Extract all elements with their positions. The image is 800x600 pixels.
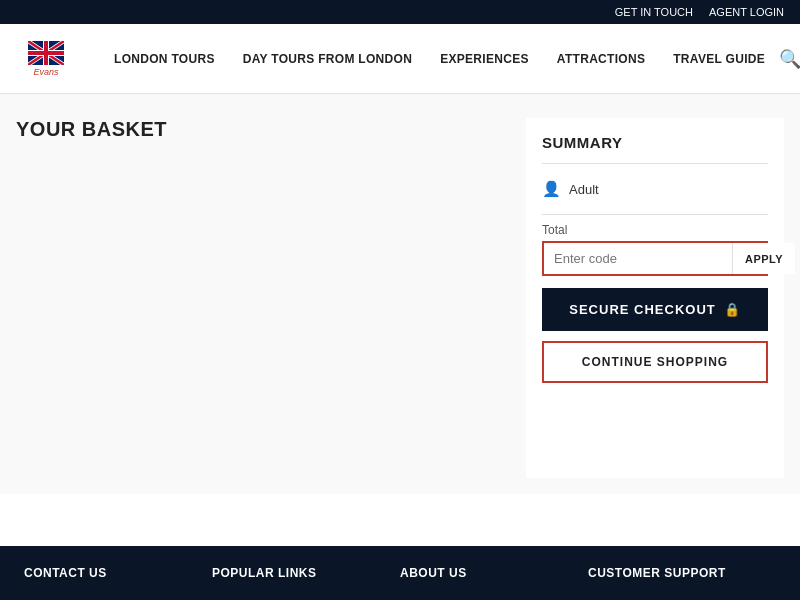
secure-checkout-button[interactable]: SECURE CHECKOUT 🔒: [542, 288, 768, 331]
summary-adult-row: 👤 Adult: [542, 172, 768, 206]
footer-col-contact: CONTACT US: [24, 566, 212, 580]
footer-col-popular: POPULAR LINKS: [212, 566, 400, 580]
nav-item-day-tours[interactable]: DAY TOURS FROM LONDON: [229, 52, 426, 66]
checkout-label: SECURE CHECKOUT: [569, 302, 715, 317]
continue-shopping-button[interactable]: CONTINUE SHOPPING: [542, 341, 768, 383]
promo-code-input[interactable]: [544, 243, 732, 274]
summary-divider: [542, 163, 768, 164]
logo[interactable]: Evans: [16, 41, 76, 77]
nav-item-attractions[interactable]: ATTRACTIONS: [543, 52, 659, 66]
nav-item-experiences[interactable]: EXPERIENCES: [426, 52, 543, 66]
total-label: Total: [542, 223, 768, 237]
footer-about-title: ABOUT US: [400, 566, 588, 580]
nav-item-london-tours[interactable]: LONDON TOURS: [100, 52, 229, 66]
promo-apply-button[interactable]: APPLY: [732, 243, 795, 274]
footer-col-support: CUSTOMER SUPPORT: [588, 566, 776, 580]
summary-title: SUMMARY: [542, 134, 768, 151]
uk-flag-icon: [28, 41, 64, 65]
agent-login-link[interactable]: AGENT LOGIN: [709, 6, 784, 18]
lock-icon: 🔒: [724, 302, 741, 317]
footer-contact-title: CONTACT US: [24, 566, 212, 580]
nav-item-travel-guide[interactable]: TRAVEL GUIDE: [659, 52, 779, 66]
basket-area: YOUR BASKET: [16, 118, 526, 478]
search-icon[interactable]: 🔍: [779, 48, 800, 70]
summary-divider-2: [542, 214, 768, 215]
header: Evans LONDON TOURS DAY TOURS FROM LONDON…: [0, 24, 800, 94]
person-icon: 👤: [542, 180, 561, 198]
basket-title: YOUR BASKET: [16, 118, 526, 141]
main-content: YOUR BASKET SUMMARY 👤 Adult Total APPLY …: [0, 94, 800, 494]
promo-code-area: APPLY: [542, 241, 768, 276]
footer-col-about: ABOUT US: [400, 566, 588, 580]
summary-panel: SUMMARY 👤 Adult Total APPLY SECURE CHECK…: [526, 118, 784, 478]
main-nav: LONDON TOURS DAY TOURS FROM LONDON EXPER…: [100, 52, 779, 66]
adult-label: Adult: [569, 182, 599, 197]
footer-support-title: CUSTOMER SUPPORT: [588, 566, 776, 580]
footer-popular-title: POPULAR LINKS: [212, 566, 400, 580]
logo-text: Evans: [33, 67, 58, 77]
get-in-touch-link[interactable]: GET IN TOUCH: [615, 6, 693, 18]
continue-label: CONTINUE SHOPPING: [582, 355, 728, 369]
footer: CONTACT US POPULAR LINKS ABOUT US CUSTOM…: [0, 546, 800, 600]
top-bar: GET IN TOUCH AGENT LOGIN: [0, 0, 800, 24]
